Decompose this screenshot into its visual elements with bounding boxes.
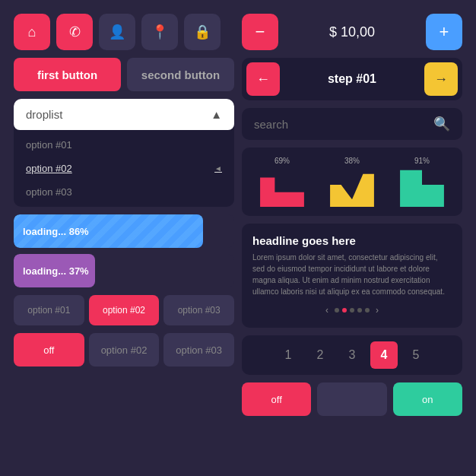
chart-bar-2: 38% [321,157,383,207]
dot-1[interactable] [342,308,347,313]
toggle-row: off option #02 option #03 [14,333,234,367]
prev-arrow-icon: ← [256,71,270,87]
counter-plus-button[interactable]: + [426,14,462,50]
minus-icon: − [255,22,265,42]
first-button[interactable]: first button [14,58,121,91]
chart-label-3: 91% [414,157,430,165]
progress-bars: loading... 86% loading... 37% [14,214,234,287]
toggle-on-btn[interactable]: on [393,382,462,416]
dropdown-header[interactable]: droplist ▲ [14,99,234,130]
step-prev-button[interactable]: ← [246,62,280,96]
counter-row: − $ 10,00 + [242,14,462,50]
headline-card: headline goes here Lorem ipsum dolor sit… [242,224,462,328]
dot-0[interactable] [335,308,339,313]
dropdown-options: option #01 option #02 ◄ option #03 [14,130,234,207]
chart-shape-1 [259,167,305,207]
dropdown-option-3[interactable]: option #03 [14,180,234,204]
home-icon-button[interactable]: ⌂ [14,14,50,50]
onoff-row: off on [242,382,462,416]
dropdown-label: droplist [26,108,62,121]
chart-shape-3 [399,167,445,207]
dot-2[interactable] [350,308,354,313]
step-next-button[interactable]: → [424,62,458,96]
prev-slide-button[interactable]: ‹ [322,305,332,316]
second-button[interactable]: second button [127,58,234,91]
counter-minus-button[interactable]: − [242,14,278,50]
progress-label-purple: loading... 37% [23,265,89,277]
options-row-1: option #01 option #02 option #03 [14,295,234,325]
page-4[interactable]: 4 [370,341,398,369]
step-label: step #01 [286,72,418,86]
chart-label-1: 69% [274,157,290,165]
chart-area: 69% 38% 91% [242,148,462,216]
svg-marker-1 [330,174,374,207]
icon-button-row: ⌂ ✆ 👤 📍 🔒 [14,14,234,50]
svg-marker-2 [400,170,444,207]
search-bar: 🔍 [242,108,462,140]
toggle-mid1[interactable]: option #02 [89,333,160,367]
dots-navigation: ‹ › [252,305,452,316]
plus-icon: + [440,22,449,42]
chart-shape-2 [329,167,375,207]
dropdown-option-1[interactable]: option #01 [14,133,234,157]
counter-value: $ 10,00 [284,24,420,40]
pagination-row: 1 2 3 4 5 [242,335,462,375]
page-2[interactable]: 2 [306,341,334,369]
option-select-icon: ◄ [214,164,222,173]
next-slide-button[interactable]: › [373,305,382,316]
dropdown-arrow-icon: ▲ [211,108,222,121]
off-label: off [271,394,282,405]
headline-title: headline goes here [252,234,452,247]
svg-marker-0 [260,177,304,207]
page-1[interactable]: 1 [274,341,302,369]
progress-bar-blue: loading... 86% [14,214,234,248]
option-pill-1b[interactable]: option #02 [89,295,160,325]
dot-3[interactable] [357,308,362,313]
page-3[interactable]: 3 [338,341,366,369]
phone-icon-button[interactable]: ✆ [56,14,93,50]
toggle-mid-btn[interactable] [317,382,386,416]
step-row: ← step #01 → [242,58,462,100]
headline-body: Lorem ipsum dolor sit amet, consectetur … [252,252,452,297]
next-arrow-icon: → [434,71,448,87]
option-pill-1c[interactable]: option #03 [163,295,234,325]
dropdown-container: droplist ▲ option #01 option #02 ◄ optio… [14,99,234,207]
search-input[interactable] [254,118,433,131]
dot-4[interactable] [365,308,370,313]
location-icon-button[interactable]: 📍 [141,14,178,50]
progress-label-blue: loading... 86% [23,226,89,237]
option-pill-1a[interactable]: option #01 [14,295,84,325]
lock-icon-button[interactable]: 🔒 [184,14,221,50]
toggle-off-label: off [43,344,54,356]
chart-bar-1: 69% [251,157,313,207]
user-icon-button[interactable]: 👤 [99,14,135,50]
dropdown-option-2[interactable]: option #02 ◄ [14,157,234,180]
progress-bar-purple: loading... 37% [14,254,234,287]
search-icon: 🔍 [433,116,450,132]
toggle-off[interactable]: off [14,333,84,367]
chart-label-2: 38% [344,157,360,165]
toggle-off-btn[interactable]: off [242,382,311,416]
chart-bar-3: 91% [391,157,453,207]
page-5[interactable]: 5 [402,341,430,369]
text-button-row: first button second button [14,58,234,91]
toggle-mid2[interactable]: option #03 [163,333,234,367]
on-label: on [422,394,433,405]
